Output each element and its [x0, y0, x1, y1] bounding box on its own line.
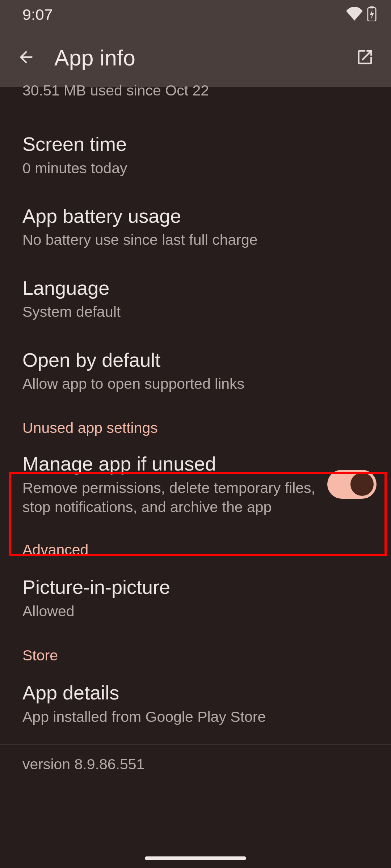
arrow-left-icon — [17, 48, 35, 68]
status-icons — [346, 6, 377, 23]
row-open-by-default[interactable]: Open by default Allow app to open suppor… — [0, 335, 391, 407]
row-version: version 8.9.86.551 — [0, 745, 391, 784]
row-language[interactable]: Language System default — [0, 263, 391, 335]
row-title: Language — [22, 276, 369, 301]
toggle-manage-unused[interactable] — [327, 470, 377, 499]
row-title: Open by default — [22, 348, 369, 373]
row-screen-time[interactable]: Screen time 0 minutes today — [0, 119, 391, 191]
row-subtitle: 0 minutes today — [22, 159, 369, 178]
nav-handle[interactable] — [145, 856, 246, 860]
open-in-new-icon — [356, 48, 374, 68]
row-picture-in-picture[interactable]: Picture-in-picture Allowed — [0, 562, 391, 634]
app-bar: App info — [0, 29, 391, 87]
row-title: App details — [22, 681, 369, 705]
status-time: 9:07 — [22, 6, 53, 24]
page-title: App info — [54, 45, 337, 71]
row-subtitle: Remove permissions, delete temporary fil… — [22, 478, 319, 517]
open-external-button[interactable] — [348, 41, 382, 75]
row-title: Picture-in-picture — [22, 575, 369, 600]
section-unused: Unused app settings — [0, 407, 391, 440]
status-bar: 9:07 — [0, 0, 391, 29]
row-subtitle: System default — [22, 302, 369, 322]
row-battery-usage[interactable]: App battery usage No battery use since l… — [0, 191, 391, 263]
row-subtitle: App installed from Google Play Store — [22, 707, 369, 727]
row-subtitle: Allow app to open supported links — [22, 374, 369, 393]
wifi-icon — [346, 7, 363, 22]
row-app-details[interactable]: App details App installed from Google Pl… — [0, 668, 391, 740]
navigation-bar — [0, 848, 391, 868]
svg-rect-1 — [370, 7, 374, 9]
row-subtitle: Allowed — [22, 602, 369, 621]
row-title: Manage app if unused — [22, 452, 319, 476]
section-advanced: Advanced — [0, 528, 391, 562]
back-button[interactable] — [9, 41, 43, 75]
version-text: version 8.9.86.551 — [22, 755, 369, 774]
content-scroll[interactable]: 30.51 MB used since Oct 22 Screen time 0… — [0, 87, 391, 784]
row-mobile-data-partial[interactable]: 30.51 MB used since Oct 22 — [0, 83, 391, 119]
row-manage-if-unused[interactable]: Manage app if unused Remove permissions,… — [0, 440, 391, 528]
row-title: App battery usage — [22, 204, 369, 229]
row-subtitle: No battery use since last full charge — [22, 230, 369, 250]
row-subtitle: 30.51 MB used since Oct 22 — [22, 82, 369, 99]
battery-charging-icon — [367, 6, 377, 23]
section-store: Store — [0, 634, 391, 668]
toggle-thumb — [350, 473, 374, 496]
row-title: Screen time — [22, 132, 369, 157]
